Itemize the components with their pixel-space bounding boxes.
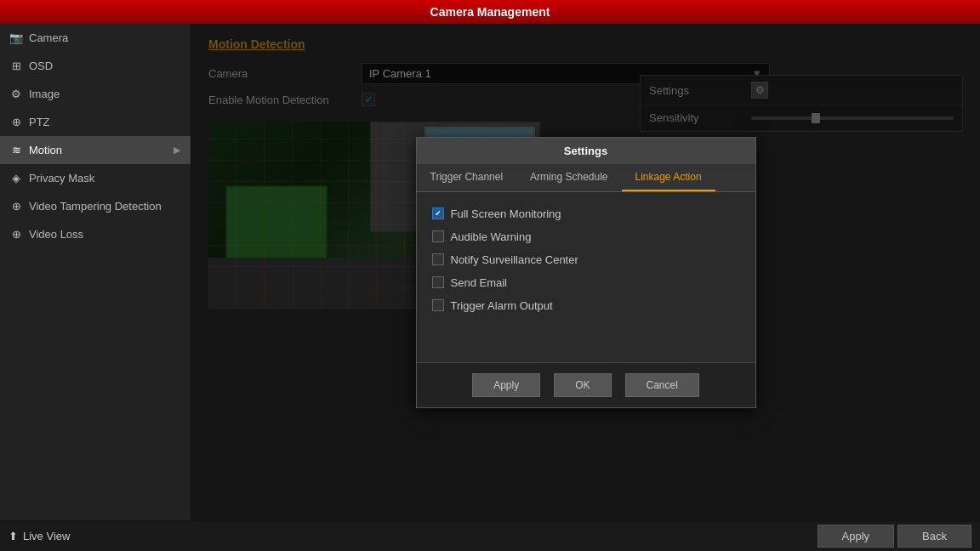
settings-modal: Settings Trigger Channel Arming Schedule…	[416, 137, 756, 408]
checkbox-send-email-label: Send Email	[451, 276, 507, 289]
apply-button[interactable]: Apply	[818, 525, 895, 548]
checkbox-trigger-alarm-label: Trigger Alarm Output	[451, 299, 553, 312]
checkbox-notify-surveillance-label: Notify Surveillance Center	[451, 253, 578, 266]
sidebar-label-camera: Camera	[29, 31, 68, 44]
app-title: Camera Management	[430, 5, 550, 19]
checkbox-audible-warning[interactable]	[432, 230, 444, 242]
sidebar-label-video-loss: Video Loss	[29, 228, 83, 241]
sidebar-label-ptz: PTZ	[29, 116, 50, 128]
modal-cancel-button[interactable]: Cancel	[625, 373, 699, 397]
tab-linkage-action[interactable]: Linkage Action	[622, 164, 715, 191]
sidebar-item-ptz[interactable]: ⊕ PTZ	[0, 108, 191, 136]
ptz-icon: ⊕	[10, 116, 22, 128]
title-bar: Camera Management	[0, 0, 980, 24]
sidebar-label-privacy-mask: Privacy Mask	[29, 172, 94, 185]
checkbox-audible-warning-label: Audible Warning	[451, 230, 532, 243]
tab-arming-schedule[interactable]: Arming Schedule	[516, 164, 621, 191]
sidebar-item-video-loss[interactable]: ⊕ Video Loss	[0, 220, 191, 248]
live-view-button[interactable]: ⬆ Live View	[9, 530, 70, 542]
modal-body: Full Screen Monitoring Audible Warning N…	[417, 192, 755, 362]
camera-icon: 📷	[10, 32, 22, 44]
sidebar-label-image: Image	[29, 88, 60, 100]
video-loss-icon: ⊕	[10, 229, 22, 241]
motion-icon: ≋	[10, 145, 22, 156]
bottom-bar: ⬆ Live View Apply Back	[0, 520, 980, 551]
modal-overlay: Settings Trigger Channel Arming Schedule…	[191, 24, 980, 520]
sidebar-label-video-tampering: Video Tampering Detection	[29, 200, 162, 213]
sidebar-item-privacy-mask[interactable]: ◈ Privacy Mask	[0, 164, 191, 192]
image-icon: ⚙	[10, 88, 22, 100]
checkbox-notify-surveillance[interactable]	[432, 253, 444, 265]
modal-apply-button[interactable]: Apply	[472, 373, 540, 397]
main-content: Motion Detection Camera IP Camera 1 ▼ En…	[191, 24, 980, 520]
checkbox-notify-surveillance-row[interactable]: Notify Surveillance Center	[429, 248, 744, 271]
modal-title: Settings	[417, 138, 755, 164]
privacy-mask-icon: ◈	[10, 173, 22, 185]
checkbox-trigger-alarm[interactable]	[432, 299, 444, 311]
modal-footer: Apply OK Cancel	[417, 362, 755, 407]
sidebar-item-osd[interactable]: ⊞ OSD	[0, 52, 191, 80]
checkbox-full-screen-row[interactable]: Full Screen Monitoring	[429, 202, 744, 225]
osd-icon: ⊞	[10, 60, 22, 72]
modal-ok-button[interactable]: OK	[554, 373, 611, 397]
bottom-actions: Apply Back	[818, 525, 971, 548]
live-view-label: Live View	[23, 530, 70, 542]
checkbox-send-email[interactable]	[432, 276, 444, 288]
live-view-icon: ⬆	[9, 530, 18, 542]
back-button[interactable]: Back	[897, 525, 971, 548]
video-tampering-icon: ⊕	[10, 201, 22, 213]
checkbox-trigger-alarm-row[interactable]: Trigger Alarm Output	[429, 294, 744, 317]
sidebar-item-camera[interactable]: 📷 Camera	[0, 24, 191, 52]
checkbox-audible-warning-row[interactable]: Audible Warning	[429, 225, 744, 248]
tab-trigger-channel[interactable]: Trigger Channel	[417, 164, 517, 191]
modal-tabs: Trigger Channel Arming Schedule Linkage …	[417, 164, 755, 192]
checkbox-full-screen[interactable]	[432, 207, 444, 219]
checkbox-full-screen-label: Full Screen Monitoring	[451, 207, 561, 220]
sidebar-label-osd: OSD	[29, 60, 53, 72]
sidebar-item-image[interactable]: ⚙ Image	[0, 80, 191, 108]
checkbox-send-email-row[interactable]: Send Email	[429, 271, 744, 294]
sidebar-item-video-tampering[interactable]: ⊕ Video Tampering Detection	[0, 192, 191, 220]
sidebar-label-motion: Motion	[29, 144, 62, 156]
layout: 📷 Camera ⊞ OSD ⚙ Image ⊕ PTZ ≋ Motion ▶ …	[0, 24, 980, 520]
sidebar: 📷 Camera ⊞ OSD ⚙ Image ⊕ PTZ ≋ Motion ▶ …	[0, 24, 191, 520]
sidebar-item-motion[interactable]: ≋ Motion ▶	[0, 136, 191, 164]
chevron-right-icon: ▶	[174, 145, 180, 156]
